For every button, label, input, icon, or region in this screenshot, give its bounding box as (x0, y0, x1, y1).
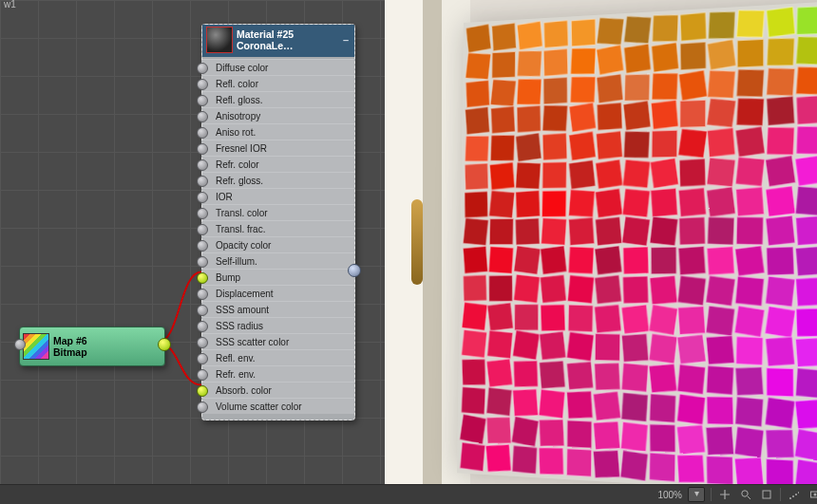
preview-scene-handle (411, 199, 423, 285)
viewport-preview[interactable] (385, 0, 817, 484)
slot-input-socket[interactable] (197, 272, 208, 284)
slot-label: SSS amount (216, 305, 269, 315)
material-slot[interactable]: Displacement (202, 285, 354, 301)
slot-label: Opacity color (216, 240, 271, 251)
slot-input-socket[interactable] (197, 127, 208, 139)
zoom-extents-icon[interactable] (759, 488, 774, 501)
slot-label: Displacement (216, 289, 274, 299)
slot-input-socket[interactable] (197, 176, 208, 187)
render-icon[interactable] (808, 488, 817, 501)
pan-tool-icon[interactable] (717, 488, 732, 501)
map-name: Map #6 (53, 335, 162, 346)
material-slot[interactable]: Fresnel IOR (202, 140, 354, 156)
map-type: Bitmap (53, 346, 162, 358)
slot-label: Refr. env. (216, 369, 256, 380)
slot-input-socket[interactable] (197, 337, 208, 348)
slot-label: Transl. color (216, 208, 268, 218)
map-input-socket[interactable] (14, 339, 26, 350)
slot-label: Refr. gloss. (216, 176, 263, 186)
slot-input-socket[interactable] (197, 401, 208, 413)
slot-input-socket[interactable] (197, 224, 208, 235)
slot-input-socket[interactable] (197, 79, 208, 90)
map-node[interactable]: Map #6 Bitmap (19, 327, 165, 366)
slot-label: Transl. frac. (216, 224, 265, 234)
slot-label: Refr. color (216, 159, 259, 170)
map-thumbnail (23, 333, 49, 360)
material-slot[interactable]: SSS scatter color (202, 333, 354, 349)
slot-label: Aniso rot. (216, 127, 256, 138)
material-slot[interactable]: Transl. color (202, 204, 354, 220)
material-slot[interactable]: SSS amount (202, 301, 354, 317)
slot-label: Absorb. color (216, 385, 272, 396)
node-graph-canvas[interactable]: w1 Map #6 Bitmap Material #25 CoronaLe… … (0, 0, 817, 504)
slot-label: IOR (216, 192, 233, 202)
material-type: CoronaLe… (237, 40, 337, 51)
material-slot[interactable]: Absorb. color (202, 382, 354, 398)
material-swatch (206, 27, 233, 53)
slot-input-socket[interactable] (197, 143, 208, 155)
material-slot[interactable]: Diffuse color (202, 59, 354, 75)
zoom-tool-icon[interactable] (738, 488, 753, 501)
zoom-dropdown-icon[interactable]: ▾ (688, 487, 705, 502)
preview-mosaic-glass (457, 0, 817, 484)
material-output-socket[interactable] (348, 264, 361, 277)
material-header[interactable]: Material #25 CoronaLe… – (202, 25, 354, 57)
slot-input-socket[interactable] (197, 385, 208, 397)
material-slot[interactable]: Refl. env. (202, 349, 354, 365)
material-slot-list: Diffuse colorRefl. colorRefl. gloss.Anis… (202, 57, 354, 420)
material-slot[interactable]: Refr. env. (202, 365, 354, 382)
status-bar: 100% ▾ (0, 484, 817, 504)
minimize-button[interactable]: – (341, 34, 351, 46)
slot-input-socket[interactable] (197, 240, 208, 252)
slot-label: SSS radius (216, 321, 263, 331)
svg-point-3 (814, 494, 817, 496)
material-slot[interactable]: SSS radius (202, 317, 354, 333)
slot-input-socket[interactable] (197, 159, 208, 171)
material-slot[interactable]: Opacity color (202, 236, 354, 252)
slot-input-socket[interactable] (197, 208, 208, 219)
slot-input-socket[interactable] (197, 305, 208, 316)
slot-label: Volume scatter color (216, 401, 302, 412)
material-node[interactable]: Material #25 CoronaLe… – Diffuse colorRe… (201, 24, 355, 420)
zoom-readout: 100% (635, 490, 682, 500)
slot-label: Diffuse color (216, 63, 268, 73)
slot-label: Bump (216, 272, 240, 283)
layout-mode-icon[interactable] (787, 488, 802, 501)
material-name: Material #25 (237, 28, 337, 40)
material-slot[interactable]: Refr. color (202, 156, 354, 172)
slot-input-socket[interactable] (197, 192, 208, 203)
material-slot[interactable]: Aniso rot. (202, 123, 354, 140)
slot-input-socket[interactable] (197, 353, 208, 364)
material-slot[interactable]: Refl. gloss. (202, 91, 354, 107)
slot-label: Refl. color (216, 79, 258, 89)
material-slot[interactable]: Anisotropy (202, 107, 354, 123)
material-slot[interactable]: Self-illum. (202, 252, 354, 269)
slot-label: Refl. gloss. (216, 95, 262, 105)
material-slot[interactable]: Refl. color (202, 75, 354, 91)
material-slot[interactable]: Refr. gloss. (202, 172, 354, 188)
slot-label: Refl. env. (216, 353, 256, 364)
slot-input-socket[interactable] (197, 95, 208, 106)
tab-label: w1 (0, 0, 20, 10)
slot-label: Anisotropy (216, 111, 260, 121)
material-slot[interactable]: IOR (202, 188, 354, 204)
slot-input-socket[interactable] (197, 63, 208, 74)
slot-label: SSS scatter color (216, 337, 289, 347)
slot-input-socket[interactable] (197, 256, 208, 268)
slot-input-socket[interactable] (197, 111, 208, 122)
slot-input-socket[interactable] (197, 321, 208, 332)
material-slot[interactable]: Transl. frac. (202, 220, 354, 236)
material-slot[interactable]: Volume scatter color (202, 398, 354, 414)
slot-label: Fresnel IOR (216, 143, 267, 154)
svg-rect-1 (763, 491, 770, 498)
map-output-socket[interactable] (158, 338, 171, 351)
slot-label: Self-illum. (216, 256, 257, 267)
slot-input-socket[interactable] (197, 369, 208, 381)
svg-point-0 (742, 491, 748, 496)
slot-input-socket[interactable] (197, 289, 208, 300)
material-slot[interactable]: Bump (202, 269, 354, 285)
